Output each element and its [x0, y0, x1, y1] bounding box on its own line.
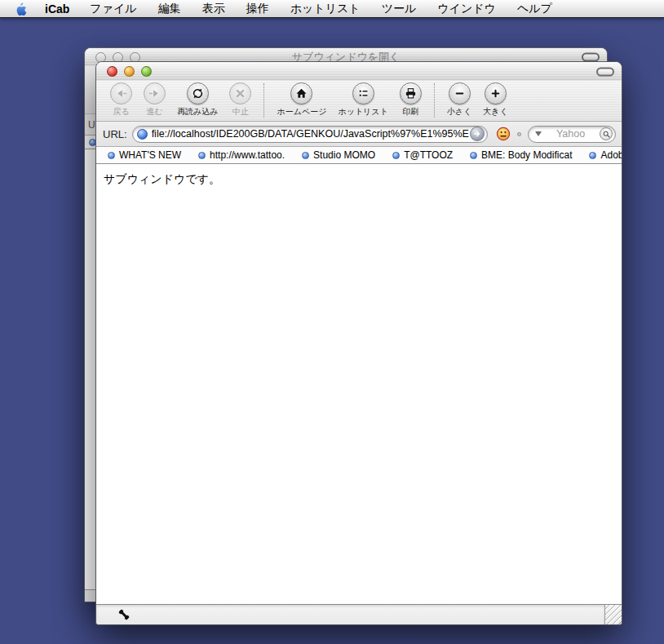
close-button[interactable] — [107, 66, 117, 77]
hotlist-icon — [352, 82, 374, 104]
bookmark-item[interactable]: Adobe Sol — [589, 149, 622, 161]
phone-icon — [117, 608, 131, 621]
globe-icon — [137, 129, 148, 140]
window-controls — [107, 66, 152, 77]
back-icon — [110, 82, 132, 104]
bookmark-label: BME: Body Modificat — [481, 149, 572, 161]
search-input[interactable]: Yahoo — [528, 126, 616, 143]
menu-item[interactable]: ヘルプ — [507, 2, 563, 16]
url-label: URL: — [103, 128, 127, 140]
toolbar-button-label: 再読み込み — [177, 106, 218, 118]
html-validity-smiley-icon[interactable] — [496, 127, 511, 141]
bookmark-globe-icon — [589, 152, 596, 159]
bookmark-item[interactable]: Studio MOMO — [302, 149, 375, 161]
toolbar-button-label: 印刷 — [402, 106, 418, 118]
search-engine-dropdown-icon[interactable] — [535, 131, 542, 136]
bookmark-label: Adobe Sol — [600, 149, 622, 161]
toolbar-button-label: ホットリスト — [338, 106, 387, 118]
minus-button[interactable]: 小さく — [447, 82, 471, 118]
bookmarks-bar: WHAT'S NEWhttp://www.tattoo.Studio MOMOT… — [96, 147, 622, 164]
bookmark-label: WHAT'S NEW — [119, 149, 181, 161]
toolbar-buttons: 戻る進む再読み込み中止ホームページホットリスト印刷小さく大きく — [96, 81, 622, 122]
plus-button[interactable]: 大きく — [483, 82, 507, 118]
home-button[interactable]: ホームページ — [277, 82, 326, 118]
status-message-area — [96, 605, 604, 624]
icab-window: 戻る進む再読み込み中止ホームページホットリスト印刷小さく大きく URL: fil… — [95, 61, 622, 625]
stop-button: 中止 — [229, 82, 251, 118]
bookmark-globe-icon — [392, 152, 400, 159]
bookmark-label: Studio MOMO — [313, 149, 375, 161]
hotlist-button[interactable]: ホットリスト — [338, 82, 387, 118]
menu-item[interactable]: ファイル — [79, 2, 147, 16]
menu-item[interactable]: ウインドウ — [427, 2, 507, 16]
apple-menu[interactable] — [15, 2, 27, 16]
window-titlebar[interactable] — [96, 62, 622, 81]
url-row: URL: file://localhost/IDE200GB/DATA/GENK… — [96, 122, 622, 147]
menu-item[interactable]: 編集 — [148, 2, 192, 16]
bookmark-item[interactable]: WHAT'S NEW — [108, 149, 181, 161]
zoom-button[interactable] — [141, 66, 152, 77]
page-content: サブウィンドウです。 — [96, 164, 622, 604]
collapse-button[interactable] — [596, 67, 614, 76]
menu-item[interactable]: 表示 — [192, 2, 236, 16]
plus-icon — [485, 82, 507, 104]
forward-icon — [144, 82, 166, 104]
toolbar-button-label: ホームページ — [277, 106, 326, 118]
bookmark-label: T@TTOOZ — [404, 149, 453, 161]
menu-item[interactable]: ホットリスト — [280, 2, 371, 16]
status-dot-icon — [517, 132, 521, 136]
bookmark-globe-icon — [108, 152, 115, 159]
toolbar-button-label: 戻る — [113, 106, 129, 118]
bookmark-item[interactable]: http://www.tattoo. — [198, 149, 285, 161]
menu-items: ファイル編集表示操作ホットリストツールウインドウヘルプ — [79, 2, 563, 16]
toolbar-button-label: 進む — [146, 106, 162, 118]
reload-button[interactable]: 再読み込み — [177, 82, 218, 118]
print-button[interactable]: 印刷 — [400, 82, 422, 118]
minimize-button[interactable] — [124, 66, 135, 77]
back-button: 戻る — [110, 82, 132, 118]
menu-bar: iCab ファイル編集表示操作ホットリストツールウインドウヘルプ — [0, 0, 664, 18]
print-icon — [400, 82, 422, 104]
toolbar-button-label: 中止 — [232, 106, 249, 118]
menu-item[interactable]: ツール — [371, 2, 427, 16]
toolbar-button-label: 大きく — [483, 106, 507, 118]
url-value[interactable]: file://localhost/IDE200GB/DATA/GENKOU/Ja… — [152, 128, 470, 140]
page-text: サブウィンドウです。 — [104, 172, 220, 185]
bookmark-item[interactable]: T@TTOOZ — [392, 149, 453, 161]
bookmark-globe-icon — [302, 152, 309, 159]
toolbar-separator — [434, 83, 435, 118]
reload-icon — [187, 82, 209, 104]
url-input[interactable]: file://localhost/IDE200GB/DATA/GENKOU/Ja… — [132, 126, 488, 143]
search-button[interactable] — [600, 127, 613, 140]
toolbar-button-label: 小さく — [447, 106, 471, 118]
menu-app-icab[interactable]: iCab — [35, 2, 79, 16]
bookmark-globe-icon — [198, 152, 206, 159]
bookmark-item[interactable]: BME: Body Modificat — [470, 149, 572, 161]
go-button[interactable] — [470, 127, 485, 141]
collapse-button[interactable] — [582, 53, 600, 62]
stop-icon — [229, 82, 251, 104]
status-bar — [96, 604, 622, 624]
search-engine-label: Yahoo — [544, 128, 597, 140]
forward-button: 進む — [144, 82, 166, 118]
menu-item[interactable]: 操作 — [236, 2, 280, 16]
resize-grip[interactable] — [604, 605, 622, 624]
minus-icon — [449, 82, 471, 104]
bookmark-label: http://www.tattoo. — [210, 149, 285, 161]
toolbar-separator — [263, 83, 264, 118]
home-icon — [290, 82, 312, 104]
bookmark-globe-icon — [470, 152, 477, 159]
